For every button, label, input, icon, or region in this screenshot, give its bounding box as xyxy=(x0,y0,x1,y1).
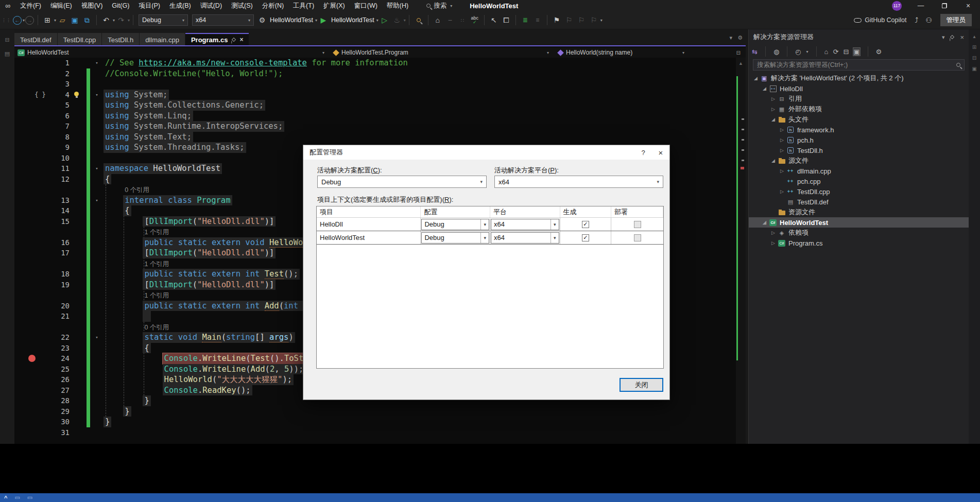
feedback-icon[interactable]: ⚇ xyxy=(923,14,935,26)
run-dropdown-icon[interactable]: ▾ xyxy=(376,18,379,23)
breakpoint-margin[interactable] xyxy=(14,58,30,68)
breakpoint-margin[interactable] xyxy=(14,216,30,227)
breakpoint-margin[interactable] xyxy=(14,374,30,385)
nav-type-dropdown[interactable]: HelloWorldTest.Program ▾ xyxy=(330,47,554,58)
menu-item-v[interactable]: 视图(V) xyxy=(77,0,108,11)
toolbar-overflow-icon[interactable]: ▾ xyxy=(600,18,603,23)
menu-item-f[interactable]: 文件(F) xyxy=(15,0,46,11)
window-menu-icon[interactable]: ▾ xyxy=(942,34,945,41)
config-combobox[interactable]: Debug▾ xyxy=(421,219,489,230)
tree-item-外部依赖项[interactable]: ▷▦外部依赖项 xyxy=(749,104,969,114)
breakpoint-margin[interactable] xyxy=(14,395,30,406)
tab-testdll.cpp[interactable]: TestDll.cpp xyxy=(58,33,102,45)
new-file-icon[interactable]: ⊞ xyxy=(42,14,53,26)
expander-icon[interactable]: ▷ xyxy=(769,240,777,246)
tab-dllmain.cpp[interactable]: dllmain.cpp xyxy=(140,33,185,45)
breakpoint-margin[interactable] xyxy=(14,142,30,153)
solution-platform-combobox[interactable]: x64 ▾ xyxy=(192,14,254,26)
interactive-window-icon[interactable]: ⧠ xyxy=(501,14,512,26)
close-dialog-button[interactable]: 关闭 xyxy=(620,378,663,392)
breakpoint-margin[interactable] xyxy=(14,290,30,301)
pending-changes-filter-icon[interactable]: ◴ xyxy=(795,48,801,56)
toggle-bookmark-icon[interactable]: ⚑ xyxy=(551,14,562,26)
expander-icon[interactable]: ▷ xyxy=(778,148,786,153)
config-combobox[interactable]: Debug▾ xyxy=(421,232,489,244)
chevron-down-icon[interactable]: ▾ xyxy=(806,49,809,54)
run-project-label[interactable]: HelloWorldTest xyxy=(331,16,374,24)
breakpoint-margin[interactable] xyxy=(14,227,30,237)
menu-item-n[interactable]: 分析(N) xyxy=(257,0,288,11)
menu-item-s[interactable]: 测试(S) xyxy=(227,0,257,11)
tree-item-源文件[interactable]: ◢源文件 xyxy=(749,155,969,166)
settings-gear-icon[interactable]: ⚙ xyxy=(876,48,882,56)
expander-icon[interactable]: ▷ xyxy=(778,137,786,143)
sync-with-active-document-icon[interactable]: ⇆ xyxy=(752,48,758,56)
start-without-debugging-icon[interactable]: ▷ xyxy=(379,14,390,26)
status-window-icon-2[interactable]: ▭ xyxy=(27,494,32,501)
breakpoint-margin[interactable] xyxy=(14,163,30,174)
breakpoint-margin[interactable] xyxy=(14,205,30,216)
tree-item-hellodll[interactable]: ◢++HelloDll xyxy=(749,83,969,94)
open-file-icon[interactable]: ▱ xyxy=(57,14,68,26)
admin-badge[interactable]: 管理员 xyxy=(940,14,972,26)
tab-testdll.h[interactable]: TestDll.h xyxy=(102,33,139,45)
breakpoint-margin[interactable] xyxy=(14,100,30,111)
expander-icon[interactable]: ▷ xyxy=(769,230,777,235)
expander-icon[interactable]: ▷ xyxy=(778,168,786,174)
strip-icon-3[interactable]: ▣ xyxy=(972,66,976,72)
breakpoint-margin[interactable] xyxy=(14,121,30,132)
status-up-icon[interactable]: ^ xyxy=(4,495,7,501)
codelens-references[interactable]: 1 个引用 xyxy=(144,292,169,299)
toggle-views-icon[interactable]: ▣ xyxy=(853,48,859,56)
strip-icon-2[interactable]: ⊟ xyxy=(972,55,976,61)
breakpoint-margin[interactable] xyxy=(14,79,30,90)
copilot-label[interactable]: GitHub Copilot xyxy=(865,16,906,24)
tree-item-依赖项[interactable]: ▷◈依赖项 xyxy=(749,228,969,238)
startup-project-label[interactable]: HelloWorldTest xyxy=(270,16,313,24)
start-debugging-icon[interactable]: ▶ xyxy=(318,14,329,26)
menu-item-gitg[interactable]: Git(G) xyxy=(107,0,134,11)
search-control[interactable]: 搜索 ▾ xyxy=(426,2,452,10)
minimize-button[interactable]: — xyxy=(909,0,933,11)
tablist-dropdown-icon[interactable]: ▾ xyxy=(730,34,733,41)
clear-bookmarks-icon[interactable]: ⚐ xyxy=(588,14,599,26)
restore-button[interactable] xyxy=(933,0,956,11)
breakpoint-margin[interactable] xyxy=(14,280,30,290)
pin-icon[interactable] xyxy=(232,38,236,42)
breakpoint-margin[interactable] xyxy=(14,90,30,100)
code-text[interactable]: using System.Runtime.InteropServices; xyxy=(104,121,746,132)
expander-icon[interactable]: ▷ xyxy=(778,189,786,194)
breakpoint-margin[interactable] xyxy=(14,237,30,248)
home-icon[interactable]: ◍ xyxy=(773,48,779,56)
tree-item-pch.h[interactable]: ▷hpch.h xyxy=(749,135,969,145)
code-text[interactable]: } xyxy=(104,417,746,427)
code-text[interactable]: // See https://aka.ms/new-console-templa… xyxy=(104,58,746,68)
startup-project-dropdown-icon[interactable]: ▾ xyxy=(315,18,317,23)
tree-item-testdll.h[interactable]: ▷hTestDll.h xyxy=(749,145,969,155)
expander-icon[interactable]: ▷ xyxy=(778,127,786,132)
properties-icon[interactable]: ⌂ xyxy=(824,48,829,56)
close-icon[interactable]: × xyxy=(239,36,243,43)
expander-icon[interactable]: ▷ xyxy=(769,96,777,101)
tab-program.cs[interactable]: Program.cs× xyxy=(185,33,249,45)
code-text[interactable]: using System.Collections.Generic; xyxy=(104,100,746,111)
tree-item-资源文件[interactable]: 资源文件 xyxy=(749,207,969,217)
save-all-icon[interactable]: ⧉ xyxy=(81,14,93,26)
tree-item-program.cs[interactable]: ▷C#Program.cs xyxy=(749,238,969,248)
breakpoint-margin[interactable] xyxy=(14,301,30,311)
breakpoint-icon[interactable] xyxy=(28,355,36,362)
collapse-all-icon[interactable]: ⊟ xyxy=(843,48,849,56)
lightbulb-icon[interactable] xyxy=(74,92,79,96)
codelens-references[interactable]: 1 个引用 xyxy=(144,229,169,236)
platform-combobox[interactable]: x64▾ xyxy=(491,219,559,230)
active-platform-combobox[interactable]: x64▾ xyxy=(494,176,663,188)
solution-search-input[interactable]: 搜索解决方案资源管理器(Ctrl+;) xyxy=(753,59,965,71)
breakpoint-margin[interactable] xyxy=(14,343,30,354)
breakpoint-margin[interactable] xyxy=(14,417,30,427)
breakpoint-margin[interactable] xyxy=(14,406,30,417)
dialog-close-button[interactable]: × xyxy=(652,145,669,160)
tree-item-pch.cpp[interactable]: ++pch.cpp xyxy=(749,176,969,186)
comment-lines-icon[interactable]: ≣ xyxy=(520,14,531,26)
pin-icon[interactable] xyxy=(950,35,954,39)
scroll-up-icon[interactable]: ▴ xyxy=(973,33,975,39)
